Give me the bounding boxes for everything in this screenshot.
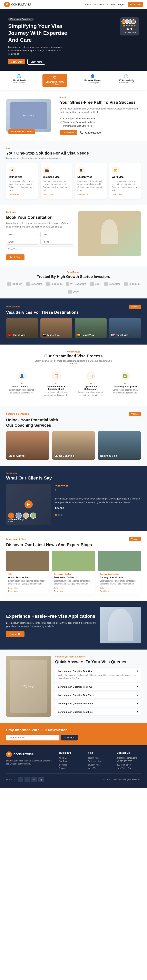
hero-tag: 15+ Years of Experience (8, 18, 34, 21)
instagram-icon[interactable]: ig (38, 777, 44, 782)
blog-meta: Date 5 min (8, 587, 47, 589)
shield-icon: 🛡 (46, 76, 64, 80)
service-link[interactable]: Learn More (43, 194, 70, 196)
footer-item[interactable]: Student Visa (88, 764, 112, 766)
blog-read-more-link[interactable]: Read More (54, 590, 93, 592)
testimonial-dot[interactable] (61, 514, 62, 516)
facebook-icon[interactable]: f (18, 777, 23, 782)
faq-question[interactable]: Lorem Ipsum Question Test Five. ▾ (58, 711, 138, 713)
about-feature-1: 97.8% Application Success Rate (60, 117, 141, 120)
newsletter-subscribe-button[interactable]: Subscribe (61, 735, 78, 740)
faq-question[interactable]: Lorem Ipsum Question Test Four. ▾ (58, 702, 138, 705)
faq-item-1: Lorem Ipsum Question Test One. ▾ Vis to … (55, 668, 141, 682)
blog-image (98, 550, 141, 571)
about-description: Lorem ipsum dolor sit amet, consectetur … (60, 107, 141, 114)
faq-question[interactable]: Lorem Ipsum Question Test One. ▾ (58, 670, 138, 672)
testimonial-dot[interactable] (55, 514, 57, 516)
blogs-view-all-button[interactable]: View All (129, 537, 141, 541)
about-content: About Your Stress-Free Path To Visa Succ… (60, 96, 141, 135)
destination-card-4[interactable]: 🇬🇧 Tourist Visa (109, 318, 141, 339)
blogs-grid: VISA Global Perspectives Lorem ipsum dol… (6, 550, 141, 595)
footer-item[interactable]: Contact (59, 767, 83, 769)
stat-global-reach: 🌐 Global Reach 150+ Countries (13, 74, 26, 87)
nav-team[interactable]: Our Team (94, 3, 104, 6)
business-visa-icon: 💼 (43, 167, 50, 174)
cta-image (100, 607, 141, 643)
expert-icon: 👤 (84, 74, 101, 78)
student-visa-icon: 🎓 (77, 167, 85, 174)
footer-item[interactable]: Our Team (59, 760, 83, 762)
coaching-label: Business Visa (100, 454, 117, 457)
coaching-card-2[interactable]: Career Coaching (52, 431, 95, 460)
investors-tag: Brand Partner (6, 271, 141, 274)
about-cta-button[interactable]: Learn More (60, 130, 77, 135)
hero-primary-button[interactable]: Get Started (8, 59, 25, 64)
destination-card-1[interactable]: 🇹🇷 Tourist Visa (6, 318, 38, 339)
step-number: 04 (112, 382, 138, 385)
destinations-view-all-button[interactable]: View All (129, 305, 141, 309)
navbar: V CONSULTVISA About Our Team Contact Pag… (0, 0, 147, 9)
visa-type-input[interactable] (6, 246, 73, 252)
destinations-section: Our Countries View All Visa Services For… (0, 299, 147, 345)
footer-item: New York, USA (117, 767, 141, 769)
faq-items: Lorem Ipsum Question Test One. ▾ Vis to … (55, 668, 141, 715)
testimonial-avatar (30, 512, 36, 519)
play-button[interactable]: ▶ (24, 500, 33, 508)
destination-label: 🇬🇧 Tourist Visa (111, 333, 128, 337)
coaching-cards: Study Abroad Career Coaching Business Vi… (6, 431, 141, 460)
approval-icon: ✅ (121, 371, 130, 380)
book-form-side: Book Now Book Your Consultation Lorem ip… (6, 211, 73, 260)
nav-about[interactable]: About (85, 3, 91, 6)
faq-item-5: Lorem Ipsum Question Test Five. ▾ (55, 708, 141, 715)
navbar-cta-button[interactable]: Book Now (128, 2, 143, 7)
footer-item[interactable]: About Us (59, 757, 83, 759)
blog-read-time: 5 min (14, 587, 18, 589)
coaching-card-1[interactable]: Study Abroad (6, 431, 49, 460)
service-title: Business Visa (43, 175, 70, 178)
hero-secondary-button[interactable]: Learn More (27, 59, 45, 65)
destination-label: 🇪🇸 Tourist Visa (77, 333, 94, 337)
blog-category: Country-Specific Visa (100, 573, 139, 575)
linkedin-icon[interactable]: in (32, 777, 37, 782)
blog-image (6, 550, 49, 571)
blog-read-more-link[interactable]: Read More (100, 590, 139, 592)
service-link[interactable]: Learn More (112, 194, 139, 196)
destination-card-3[interactable]: 🇪🇸 Tourist Visa (75, 318, 107, 339)
first-name-input[interactable] (6, 232, 39, 237)
service-link[interactable]: Learn More (9, 194, 35, 196)
email-input[interactable] (6, 239, 39, 245)
service-link[interactable]: Learn More (77, 194, 104, 196)
nav-contact[interactable]: Contact (107, 3, 115, 6)
testimonials-section: Testimonial What Our Clients Say ▶ Succe… (0, 466, 147, 531)
coaching-view-all-button[interactable]: View All (129, 412, 141, 416)
faq-question[interactable]: Lorem Ipsum Question Test Two. ▾ (58, 686, 138, 688)
footer-item[interactable]: Business Visa (88, 760, 112, 762)
footer-col-quickinfo: Quick Info About Us Our Team Services Co… (59, 751, 83, 769)
footer-item[interactable]: Services (59, 764, 83, 766)
twitter-icon[interactable]: t (24, 777, 30, 782)
nav-pages[interactable]: Pages (118, 3, 125, 6)
chevron-down-icon: ▾ (137, 694, 138, 697)
service-text: Lorem ipsum dolor sit amet, consectetur … (77, 180, 104, 192)
destinations-header: Our Countries View All (6, 305, 141, 309)
book-submit-button[interactable]: Book Now (6, 255, 24, 260)
stat-sub: 100% Secure (46, 83, 64, 85)
testimonial-dot[interactable] (58, 514, 60, 516)
destination-card-2[interactable]: 🇦🇪 Tourist Visa (40, 318, 72, 339)
stat-label: 24/7 Accessibility (118, 79, 134, 81)
testimonial-content: ★★★★★ " Lorem ipsum dolor sit amet, cons… (55, 484, 141, 525)
footer-item[interactable]: Tourist Visa (88, 757, 112, 759)
blog-read-more-link[interactable]: Read More (8, 590, 47, 592)
footer-item[interactable]: Work Visa (88, 767, 112, 769)
investor-logo-5: legal (90, 282, 100, 286)
newsletter-email-input[interactable] (6, 735, 59, 740)
faq-question[interactable]: Lorem Ipsum Question Test Three. ▾ (58, 694, 138, 697)
initial-consult-icon: 👤 (18, 371, 26, 380)
phone-input[interactable] (40, 239, 73, 245)
blogs-title: Discover Our Latest News And Expert Blog… (6, 542, 141, 547)
last-name-input[interactable] (40, 232, 73, 237)
coaching-card-3[interactable]: Business Visa (98, 431, 141, 460)
cta-button[interactable]: Contact Us (6, 631, 24, 637)
hero-rating-label: Client Feedback (123, 32, 136, 33)
testimonial-avatars (8, 512, 36, 519)
